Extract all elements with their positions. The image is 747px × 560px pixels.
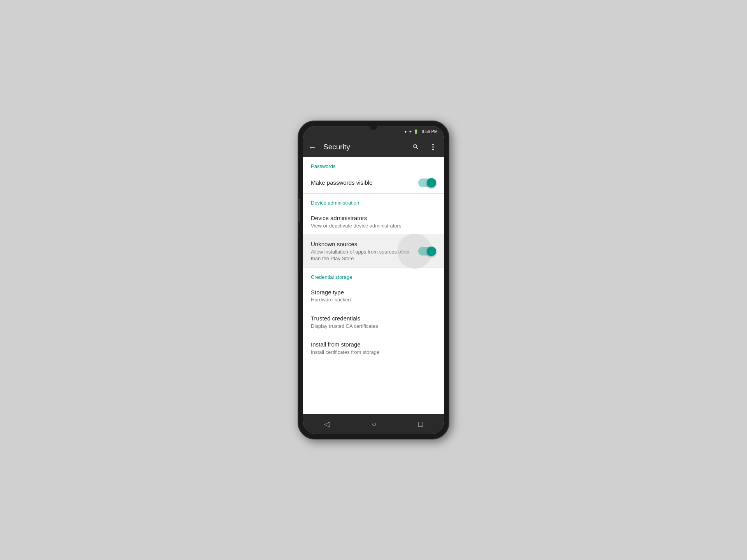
settings-content: Passwords Make passwords visible Device …	[303, 157, 444, 414]
item-subtitle: Hardware-backed	[311, 297, 436, 303]
back-arrow-icon: ←	[309, 143, 316, 152]
item-title: Trusted credentials	[311, 315, 436, 322]
phone-screen: ▾ ✈ 🔋 8:56 PM ← Security	[303, 126, 444, 434]
install-from-storage-item[interactable]: Install from storage Install certificate…	[303, 335, 444, 361]
item-text: Storage type Hardware-backed	[311, 289, 436, 303]
svg-point-2	[432, 149, 434, 150]
airplane-icon: ✈	[409, 130, 412, 134]
home-nav-button[interactable]: ○	[364, 416, 384, 432]
section-header-device-admin: Device administration	[303, 194, 444, 209]
toggle-thumb	[427, 247, 436, 256]
app-bar: ← Security	[303, 137, 444, 157]
make-passwords-toggle[interactable]	[418, 178, 436, 188]
storage-type-item[interactable]: Storage type Hardware-backed	[303, 283, 444, 309]
item-text: Device administrators View or deactivate…	[311, 214, 436, 229]
volume-button	[298, 198, 300, 222]
svg-point-0	[432, 144, 434, 145]
wifi-icon: ▾	[405, 130, 407, 134]
item-title: Unknown sources	[311, 240, 418, 248]
section-header-passwords: Passwords	[303, 157, 444, 172]
device-administrators-item[interactable]: Device administrators View or deactivate…	[303, 209, 444, 234]
search-button[interactable]	[408, 139, 424, 155]
make-passwords-visible-item[interactable]: Make passwords visible	[303, 172, 444, 193]
page-title: Security	[320, 143, 408, 151]
unknown-sources-item[interactable]: Unknown sources Allow installation of ap…	[303, 235, 444, 267]
item-title: Storage type	[311, 289, 436, 296]
item-title: Make passwords visible	[311, 179, 418, 187]
item-title: Install from storage	[311, 341, 436, 348]
section-header-credential-storage: Credential storage	[303, 268, 444, 283]
toggle-thumb	[427, 178, 436, 187]
battery-icon: 🔋	[414, 130, 418, 134]
recents-nav-button[interactable]: □	[410, 416, 431, 432]
notch	[370, 126, 377, 130]
item-title: Device administrators	[311, 214, 436, 222]
unknown-sources-toggle[interactable]	[418, 246, 436, 256]
item-subtitle: Allow installation of apps from sources …	[311, 249, 418, 262]
phone-device: ▾ ✈ 🔋 8:56 PM ← Security	[298, 121, 449, 439]
item-subtitle: View or deactivate device administrators	[311, 223, 436, 229]
svg-point-1	[432, 146, 434, 148]
item-subtitle: Install certificates from storage	[311, 349, 436, 356]
item-text: Install from storage Install certificate…	[311, 341, 436, 355]
item-text: Trusted credentials Display trusted CA c…	[311, 315, 436, 329]
status-time: 8:56 PM	[422, 129, 438, 134]
back-button[interactable]: ←	[305, 139, 320, 155]
search-icon	[412, 144, 419, 150]
status-icons: ▾ ✈ 🔋 8:56 PM	[405, 129, 438, 134]
back-nav-button[interactable]: ◁	[316, 416, 338, 432]
item-text: Unknown sources Allow installation of ap…	[311, 240, 418, 262]
status-bar: ▾ ✈ 🔋 8:56 PM	[303, 126, 444, 137]
trusted-credentials-item[interactable]: Trusted credentials Display trusted CA c…	[303, 309, 444, 335]
item-text: Make passwords visible	[311, 179, 418, 187]
more-button[interactable]	[425, 139, 441, 155]
item-subtitle: Display trusted CA certificates	[311, 323, 436, 330]
more-vert-icon	[432, 144, 434, 150]
app-bar-actions	[408, 139, 441, 155]
navigation-bar: ◁ ○ □	[303, 414, 444, 434]
